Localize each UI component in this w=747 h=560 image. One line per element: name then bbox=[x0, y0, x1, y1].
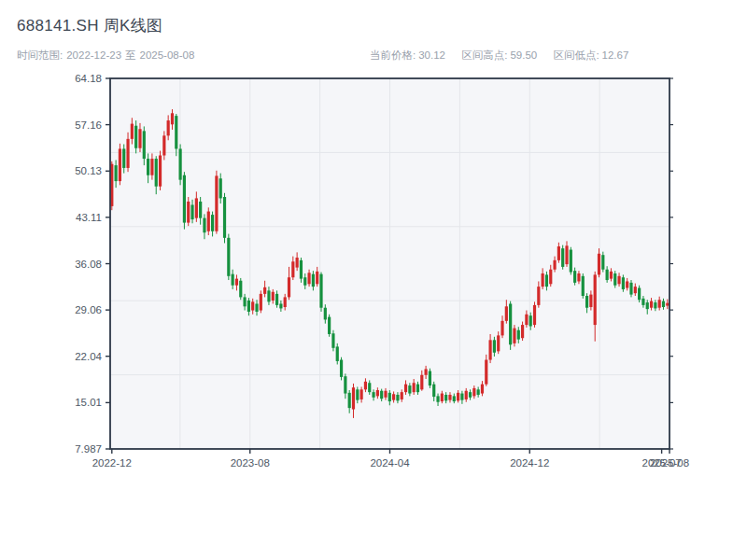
candle-body bbox=[577, 273, 580, 281]
candle-body bbox=[441, 394, 444, 401]
candle-body bbox=[598, 254, 600, 275]
candle-body bbox=[432, 385, 435, 397]
candle-body bbox=[453, 396, 456, 401]
candle-body bbox=[272, 292, 275, 301]
candle bbox=[340, 357, 343, 381]
candle-body bbox=[235, 279, 238, 286]
candle bbox=[183, 172, 186, 229]
candle bbox=[509, 301, 512, 350]
x-axis-label: 2023-08 bbox=[231, 457, 270, 469]
candle-body bbox=[162, 135, 165, 155]
candle bbox=[227, 234, 230, 280]
candle-body bbox=[119, 148, 121, 181]
candle-body bbox=[573, 271, 576, 283]
y-axis-label: 7.987 bbox=[75, 443, 102, 455]
candle bbox=[570, 247, 572, 275]
candle-body bbox=[613, 273, 616, 286]
candle-body bbox=[336, 346, 339, 361]
candle-body bbox=[190, 205, 193, 220]
candle-body bbox=[436, 396, 439, 401]
candle-body bbox=[360, 389, 363, 399]
candle-body bbox=[267, 290, 270, 301]
candle-body bbox=[251, 301, 254, 310]
candle-body bbox=[155, 159, 158, 187]
candle-body bbox=[364, 382, 367, 389]
candle-body bbox=[199, 202, 202, 218]
candle-body bbox=[634, 287, 637, 293]
candle-body bbox=[328, 317, 331, 334]
candle-body bbox=[416, 385, 419, 392]
candle-body bbox=[404, 385, 407, 392]
candle-body bbox=[159, 156, 162, 187]
candle-body bbox=[465, 391, 468, 399]
candle-body bbox=[324, 308, 327, 320]
candle bbox=[328, 315, 331, 337]
candle-body bbox=[115, 165, 118, 181]
candle-body bbox=[211, 215, 214, 231]
candle-body bbox=[525, 315, 528, 325]
x-axis-label: 2024-04 bbox=[370, 457, 410, 469]
candle-body bbox=[207, 212, 210, 231]
candle-body bbox=[553, 260, 556, 270]
y-axis-label: 50.13 bbox=[75, 165, 102, 176]
candle-body bbox=[288, 277, 290, 297]
candle-body bbox=[485, 360, 487, 385]
candle-body bbox=[388, 393, 391, 401]
candle-body bbox=[300, 260, 303, 279]
candle-body bbox=[666, 303, 669, 306]
kline-page: { "header": { "title": "688141.SH 周K线图",… bbox=[0, 0, 747, 560]
candle-body bbox=[255, 303, 258, 311]
candle-body bbox=[565, 245, 568, 264]
candle-body bbox=[448, 395, 451, 400]
candle-body bbox=[537, 287, 540, 305]
candle-body bbox=[658, 300, 661, 307]
candle-body bbox=[131, 124, 134, 139]
candle-body bbox=[284, 297, 287, 307]
x-axis-label: 2024-12 bbox=[510, 457, 549, 469]
candle-body bbox=[392, 394, 395, 399]
candle-body bbox=[413, 383, 416, 392]
candle-body bbox=[279, 303, 282, 308]
candle-body bbox=[372, 392, 374, 398]
candle-body bbox=[505, 306, 508, 321]
candle bbox=[223, 193, 226, 244]
candle-body bbox=[239, 281, 242, 298]
candle-body bbox=[187, 202, 190, 223]
candle-body bbox=[380, 391, 383, 399]
candle-body bbox=[227, 238, 230, 276]
candle-body bbox=[601, 255, 604, 270]
candle-body bbox=[488, 340, 491, 359]
candle bbox=[178, 145, 181, 186]
candle-body bbox=[477, 389, 480, 395]
candle-body bbox=[570, 250, 572, 273]
candle-body bbox=[457, 393, 459, 400]
candle-body bbox=[312, 274, 315, 287]
y-axis-label: 36.08 bbox=[75, 259, 102, 270]
candle-body bbox=[150, 159, 153, 175]
candle-body bbox=[319, 274, 322, 308]
candle-body bbox=[589, 295, 592, 307]
candle-body bbox=[331, 333, 334, 348]
y-axis-label: 64.18 bbox=[75, 73, 102, 84]
candle-body bbox=[549, 270, 552, 285]
candle-body bbox=[307, 273, 310, 284]
candle-body bbox=[275, 294, 278, 305]
candle-body bbox=[401, 392, 403, 399]
candle-body bbox=[243, 297, 246, 306]
candle-body bbox=[356, 389, 359, 399]
candle-body bbox=[203, 218, 205, 233]
candle-body bbox=[316, 272, 318, 284]
candle-body bbox=[138, 129, 141, 147]
candle-body bbox=[134, 126, 137, 148]
candle-body bbox=[444, 395, 447, 400]
candle-body bbox=[384, 391, 387, 398]
candle-body bbox=[147, 159, 149, 175]
candle-body bbox=[296, 258, 299, 268]
candle-body bbox=[348, 393, 351, 408]
y-axis-label: 57.16 bbox=[75, 119, 102, 131]
y-axis-label: 29.06 bbox=[75, 304, 102, 315]
candle-body bbox=[408, 385, 411, 393]
candle-body bbox=[420, 375, 423, 390]
candle bbox=[207, 207, 210, 235]
candle bbox=[239, 278, 242, 300]
